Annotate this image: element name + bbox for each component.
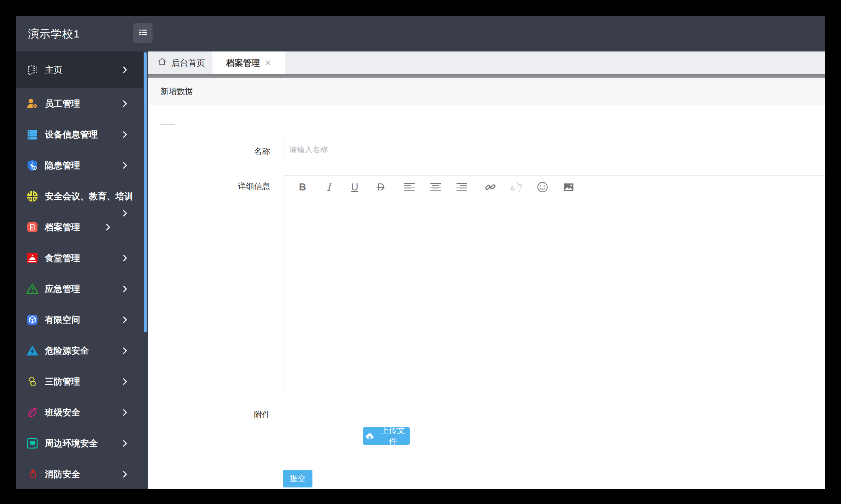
archive-icon — [26, 221, 39, 234]
sidebar-item-canteen-management[interactable]: 食堂管理 — [16, 243, 143, 274]
tabstrip: 后台首页 档案管理 × — [148, 51, 825, 74]
upload-button-label: 上传文件 — [378, 425, 408, 447]
upload-button[interactable]: 上传文件 — [363, 427, 410, 445]
home-book-icon — [26, 63, 39, 76]
confined-space-icon — [26, 313, 39, 326]
section-header: 新增数据 — [148, 78, 825, 105]
hazard-shield-icon — [26, 159, 39, 172]
emergency-icon — [26, 282, 39, 296]
sidebar-item-label: 隐患管理 — [45, 160, 80, 171]
chevron-right-icon — [121, 315, 129, 324]
home-icon — [157, 57, 167, 69]
canteen-icon — [26, 251, 39, 265]
italic-icon[interactable]: I — [321, 180, 337, 194]
editor-toolbar: BIUD — [283, 176, 825, 199]
danger-source-icon — [26, 344, 39, 357]
strikethrough-icon[interactable]: D — [373, 180, 389, 194]
bold-icon[interactable]: B — [294, 180, 311, 194]
detail-label: 详细信息 — [160, 181, 270, 192]
underline-icon[interactable]: U — [347, 180, 363, 194]
sidebar-item-label: 危险源安全 — [45, 345, 89, 357]
name-input[interactable] — [283, 138, 825, 161]
sidebar-item-label: 班级安全 — [45, 407, 80, 418]
toolbar-divider — [396, 181, 396, 193]
sidebar-item-label: 安全会议、教育、培训 — [45, 190, 133, 202]
sidebar-item-surrounding-environment-safety[interactable]: 周边环境安全 — [16, 428, 143, 459]
chevron-right-icon — [121, 130, 129, 139]
sidebar-item-label: 员工管理 — [45, 98, 80, 110]
chevron-right-icon — [121, 408, 129, 417]
sidebar-item-label: 食堂管理 — [45, 252, 80, 264]
sidebar-item-label: 周边环境安全 — [45, 437, 98, 449]
chevron-right-icon — [121, 99, 129, 108]
chevron-right-icon — [121, 285, 129, 293]
safety-meeting-icon — [26, 190, 39, 203]
sidebar-item-label: 应急管理 — [45, 283, 80, 295]
sidebar-item-label: 有限空间 — [45, 314, 80, 326]
close-icon[interactable]: × — [265, 58, 271, 68]
link-icon[interactable] — [482, 180, 498, 194]
chevron-right-icon — [121, 65, 129, 74]
sidebar-item-home[interactable]: 主页 — [16, 51, 143, 88]
sidebar-toggle-button[interactable] — [133, 23, 153, 43]
chevron-right-icon — [121, 254, 129, 262]
chevron-right-icon — [121, 161, 129, 170]
chevron-right-icon — [104, 223, 112, 232]
cloud-upload-icon — [365, 431, 375, 441]
sidebar-item-hazard-management[interactable]: 隐患管理 — [16, 150, 143, 181]
align-center-icon[interactable] — [427, 180, 444, 194]
sidebar-item-emergency-management[interactable]: 应急管理 — [16, 274, 143, 304]
sidebar-item-confined-space[interactable]: 有限空间 — [16, 304, 143, 335]
chevron-right-icon — [121, 377, 129, 386]
emoji-icon[interactable] — [534, 180, 551, 194]
form-divider-indicator — [160, 124, 175, 125]
rich-text-editor: BIUD — [283, 175, 825, 392]
sidebar-item-label: 档案管理 — [45, 221, 80, 233]
sidebar-item-danger-source-safety[interactable]: 危险源安全 — [16, 335, 143, 366]
submit-button[interactable]: 提交 — [283, 470, 312, 487]
devices-icon — [26, 128, 39, 141]
sidebar-item-archive-management[interactable]: 档案管理 — [16, 212, 143, 243]
tab-label: 档案管理 — [226, 57, 260, 69]
tab-backend-home[interactable]: 后台首页 — [154, 51, 209, 74]
sidebar-item-label: 主页 — [45, 64, 62, 76]
app-window: 演示学校1 主页员工管理设备信息管理隐患管理安全会议、教育、培训档案管理食堂管理… — [16, 16, 825, 489]
sidebar-item-safety-meeting-education-training[interactable]: 安全会议、教育、培训 — [16, 181, 143, 212]
attachment-label: 附件 — [160, 409, 270, 420]
sidebar-scrollbar-thumb[interactable] — [144, 52, 147, 332]
class-safety-icon — [26, 406, 39, 419]
app-header: 演示学校1 — [16, 16, 825, 51]
sidebar-item-class-safety[interactable]: 班级安全 — [16, 397, 143, 428]
three-defense-icon — [26, 375, 39, 388]
name-label: 名称 — [160, 146, 270, 157]
app-logo: 演示学校1 — [28, 16, 80, 51]
sidebar-item-fire-safety[interactable]: 消防安全 — [16, 459, 143, 489]
section-title: 新增数据 — [161, 86, 193, 97]
toolbar-divider — [477, 181, 477, 193]
fire-safety-icon — [26, 468, 39, 481]
form-divider — [187, 125, 825, 125]
chevron-right-icon — [121, 346, 129, 355]
tabstrip-shadow — [148, 74, 825, 78]
sidebar-item-label: 设备信息管理 — [45, 129, 98, 140]
chevron-right-icon — [121, 470, 129, 479]
sidebar-item-employee-management[interactable]: 员工管理 — [16, 88, 143, 119]
content-panel: 后台首页 档案管理 × 新增数据 名称 详细信息 BIUD 附件 — [148, 51, 825, 489]
align-left-icon[interactable] — [401, 180, 418, 194]
sidebar-item-label: 三防管理 — [45, 376, 80, 387]
image-icon[interactable] — [561, 180, 577, 194]
sidebar: 主页员工管理设备信息管理隐患管理安全会议、教育、培训档案管理食堂管理应急管理有限… — [16, 51, 143, 489]
submit-button-label: 提交 — [290, 473, 306, 484]
sidebar-item-label: 消防安全 — [45, 468, 80, 480]
chevron-right-icon — [121, 439, 129, 448]
sidebar-item-three-defense-management[interactable]: 三防管理 — [16, 366, 143, 397]
align-right-icon[interactable] — [454, 180, 470, 194]
hamburger-icon — [137, 27, 148, 39]
sidebar-item-device-info-management[interactable]: 设备信息管理 — [16, 119, 143, 150]
tab-archive-management[interactable]: 档案管理 × — [212, 51, 285, 74]
employee-icon — [26, 97, 39, 110]
form-area: 名称 详细信息 BIUD 附件 上传文件 提交 — [148, 106, 825, 489]
unlink-icon — [508, 180, 525, 194]
editor-content[interactable] — [283, 199, 825, 392]
tab-label: 后台首页 — [171, 57, 205, 69]
